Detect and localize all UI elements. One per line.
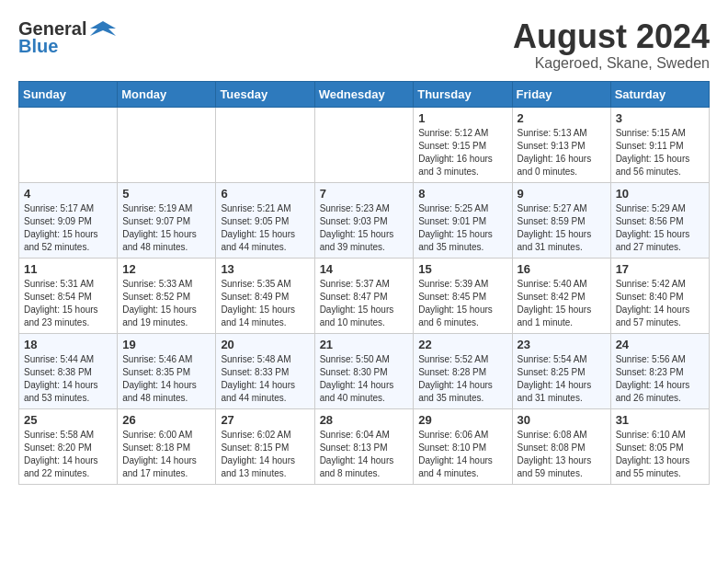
day-number: 31	[616, 413, 704, 427]
calendar-cell: 17Sunrise: 5:42 AM Sunset: 8:40 PM Dayli…	[610, 258, 709, 333]
day-info: Sunrise: 6:10 AM Sunset: 8:05 PM Dayligh…	[616, 429, 704, 480]
day-info: Sunrise: 5:50 AM Sunset: 8:30 PM Dayligh…	[320, 353, 409, 405]
day-number: 8	[418, 187, 506, 201]
logo: General Blue	[18, 18, 116, 57]
location-subtitle: Kageroed, Skane, Sweden	[513, 55, 710, 72]
day-info: Sunrise: 6:06 AM Sunset: 8:10 PM Dayligh…	[418, 429, 506, 480]
page-header: General Blue August 2024 Kageroed, Skane…	[18, 18, 710, 72]
day-number: 4	[24, 187, 112, 201]
weekday-header-monday: Monday	[118, 81, 216, 107]
day-number: 29	[418, 413, 506, 427]
calendar-cell: 4Sunrise: 5:17 AM Sunset: 9:09 PM Daylig…	[19, 182, 118, 258]
calendar-cell: 15Sunrise: 5:39 AM Sunset: 8:45 PM Dayli…	[414, 258, 512, 333]
calendar-cell: 23Sunrise: 5:54 AM Sunset: 8:25 PM Dayli…	[512, 333, 610, 408]
calendar-cell: 28Sunrise: 6:04 AM Sunset: 8:13 PM Dayli…	[314, 408, 414, 484]
calendar-cell: 3Sunrise: 5:15 AM Sunset: 9:11 PM Daylig…	[610, 107, 709, 182]
day-info: Sunrise: 5:46 AM Sunset: 8:35 PM Dayligh…	[122, 353, 210, 405]
day-number: 10	[616, 187, 704, 201]
day-number: 5	[122, 187, 210, 201]
day-number: 18	[24, 338, 112, 351]
calendar-week-row: 1Sunrise: 5:12 AM Sunset: 9:15 PM Daylig…	[19, 107, 710, 182]
day-number: 2	[518, 111, 606, 125]
weekday-header-saturday: Saturday	[610, 81, 709, 107]
calendar-cell: 21Sunrise: 5:50 AM Sunset: 8:30 PM Dayli…	[314, 333, 414, 408]
day-number: 24	[616, 338, 704, 351]
day-number: 17	[616, 262, 704, 276]
day-info: Sunrise: 5:12 AM Sunset: 9:15 PM Dayligh…	[418, 127, 506, 178]
day-info: Sunrise: 5:39 AM Sunset: 8:45 PM Dayligh…	[418, 278, 506, 329]
day-info: Sunrise: 6:08 AM Sunset: 8:08 PM Dayligh…	[518, 429, 606, 480]
calendar-week-row: 18Sunrise: 5:44 AM Sunset: 8:38 PM Dayli…	[19, 333, 710, 408]
calendar-cell: 27Sunrise: 6:02 AM Sunset: 8:15 PM Dayli…	[216, 408, 314, 484]
logo-bird-icon	[90, 19, 116, 40]
calendar-cell	[314, 107, 414, 182]
calendar-cell: 19Sunrise: 5:46 AM Sunset: 8:35 PM Dayli…	[118, 333, 216, 408]
calendar-cell: 10Sunrise: 5:29 AM Sunset: 8:56 PM Dayli…	[610, 182, 709, 258]
day-info: Sunrise: 5:33 AM Sunset: 8:52 PM Dayligh…	[122, 278, 210, 329]
day-number: 7	[320, 187, 409, 201]
calendar-cell: 13Sunrise: 5:35 AM Sunset: 8:49 PM Dayli…	[216, 258, 314, 333]
calendar-cell: 22Sunrise: 5:52 AM Sunset: 8:28 PM Dayli…	[414, 333, 512, 408]
calendar-cell: 8Sunrise: 5:25 AM Sunset: 9:01 PM Daylig…	[414, 182, 512, 258]
calendar-cell	[19, 107, 118, 182]
day-info: Sunrise: 5:19 AM Sunset: 9:07 PM Dayligh…	[122, 202, 210, 254]
weekday-header-thursday: Thursday	[414, 81, 512, 107]
day-info: Sunrise: 5:58 AM Sunset: 8:20 PM Dayligh…	[24, 429, 112, 480]
day-number: 20	[221, 338, 309, 351]
day-number: 30	[518, 413, 606, 427]
day-info: Sunrise: 5:21 AM Sunset: 9:05 PM Dayligh…	[221, 202, 309, 254]
day-number: 23	[518, 338, 606, 351]
day-number: 9	[518, 187, 606, 201]
day-number: 26	[122, 413, 210, 427]
day-number: 21	[320, 338, 409, 351]
day-info: Sunrise: 5:37 AM Sunset: 8:47 PM Dayligh…	[320, 278, 409, 329]
day-info: Sunrise: 5:27 AM Sunset: 8:59 PM Dayligh…	[518, 202, 606, 254]
calendar-cell: 31Sunrise: 6:10 AM Sunset: 8:05 PM Dayli…	[610, 408, 709, 484]
day-number: 25	[24, 413, 112, 427]
day-info: Sunrise: 5:25 AM Sunset: 9:01 PM Dayligh…	[418, 202, 506, 254]
day-number: 13	[221, 262, 309, 276]
calendar-cell	[118, 107, 216, 182]
calendar-cell: 26Sunrise: 6:00 AM Sunset: 8:18 PM Dayli…	[118, 408, 216, 484]
weekday-header-tuesday: Tuesday	[216, 81, 314, 107]
day-number: 11	[24, 262, 112, 276]
day-info: Sunrise: 6:04 AM Sunset: 8:13 PM Dayligh…	[320, 429, 409, 480]
day-info: Sunrise: 5:42 AM Sunset: 8:40 PM Dayligh…	[616, 278, 704, 329]
calendar-cell: 29Sunrise: 6:06 AM Sunset: 8:10 PM Dayli…	[414, 408, 512, 484]
day-info: Sunrise: 5:15 AM Sunset: 9:11 PM Dayligh…	[616, 127, 704, 178]
calendar-cell: 5Sunrise: 5:19 AM Sunset: 9:07 PM Daylig…	[118, 182, 216, 258]
calendar-header-row: SundayMondayTuesdayWednesdayThursdayFrid…	[19, 81, 710, 107]
calendar-week-row: 25Sunrise: 5:58 AM Sunset: 8:20 PM Dayli…	[19, 408, 710, 484]
day-number: 6	[221, 187, 309, 201]
day-number: 15	[418, 262, 506, 276]
calendar-week-row: 4Sunrise: 5:17 AM Sunset: 9:09 PM Daylig…	[19, 182, 710, 258]
day-info: Sunrise: 5:44 AM Sunset: 8:38 PM Dayligh…	[24, 353, 112, 405]
day-info: Sunrise: 5:31 AM Sunset: 8:54 PM Dayligh…	[24, 278, 112, 329]
day-info: Sunrise: 5:17 AM Sunset: 9:09 PM Dayligh…	[24, 202, 112, 254]
calendar-cell: 18Sunrise: 5:44 AM Sunset: 8:38 PM Dayli…	[19, 333, 118, 408]
calendar-cell: 16Sunrise: 5:40 AM Sunset: 8:42 PM Dayli…	[512, 258, 610, 333]
day-info: Sunrise: 5:29 AM Sunset: 8:56 PM Dayligh…	[616, 202, 704, 254]
calendar-cell: 11Sunrise: 5:31 AM Sunset: 8:54 PM Dayli…	[19, 258, 118, 333]
calendar-cell: 14Sunrise: 5:37 AM Sunset: 8:47 PM Dayli…	[314, 258, 414, 333]
logo-blue-text: Blue	[18, 36, 58, 57]
calendar-week-row: 11Sunrise: 5:31 AM Sunset: 8:54 PM Dayli…	[19, 258, 710, 333]
weekday-header-wednesday: Wednesday	[314, 81, 414, 107]
day-info: Sunrise: 6:02 AM Sunset: 8:15 PM Dayligh…	[221, 429, 309, 480]
calendar-cell: 24Sunrise: 5:56 AM Sunset: 8:23 PM Dayli…	[610, 333, 709, 408]
calendar-cell: 12Sunrise: 5:33 AM Sunset: 8:52 PM Dayli…	[118, 258, 216, 333]
day-info: Sunrise: 5:23 AM Sunset: 9:03 PM Dayligh…	[320, 202, 409, 254]
day-number: 3	[616, 111, 704, 125]
calendar-cell: 9Sunrise: 5:27 AM Sunset: 8:59 PM Daylig…	[512, 182, 610, 258]
day-number: 27	[221, 413, 309, 427]
day-number: 19	[122, 338, 210, 351]
day-info: Sunrise: 5:52 AM Sunset: 8:28 PM Dayligh…	[418, 353, 506, 405]
day-info: Sunrise: 5:48 AM Sunset: 8:33 PM Dayligh…	[221, 353, 309, 405]
day-number: 22	[418, 338, 506, 351]
calendar-cell: 6Sunrise: 5:21 AM Sunset: 9:05 PM Daylig…	[216, 182, 314, 258]
month-year-title: August 2024	[513, 18, 710, 55]
day-number: 12	[122, 262, 210, 276]
calendar-cell	[216, 107, 314, 182]
day-info: Sunrise: 5:13 AM Sunset: 9:13 PM Dayligh…	[518, 127, 606, 178]
calendar-cell: 30Sunrise: 6:08 AM Sunset: 8:08 PM Dayli…	[512, 408, 610, 484]
